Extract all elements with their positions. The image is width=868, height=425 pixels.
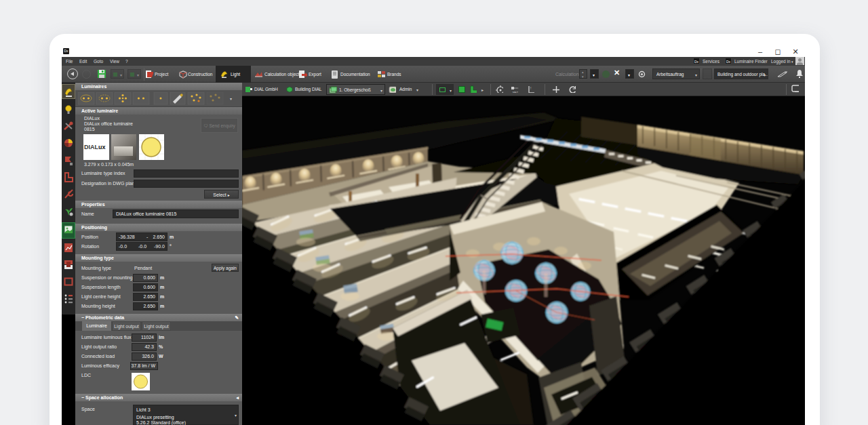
- svg-text:▾: ▾: [230, 97, 232, 101]
- svg-text:METR: METR: [513, 91, 518, 93]
- svg-text:!: !: [530, 86, 531, 90]
